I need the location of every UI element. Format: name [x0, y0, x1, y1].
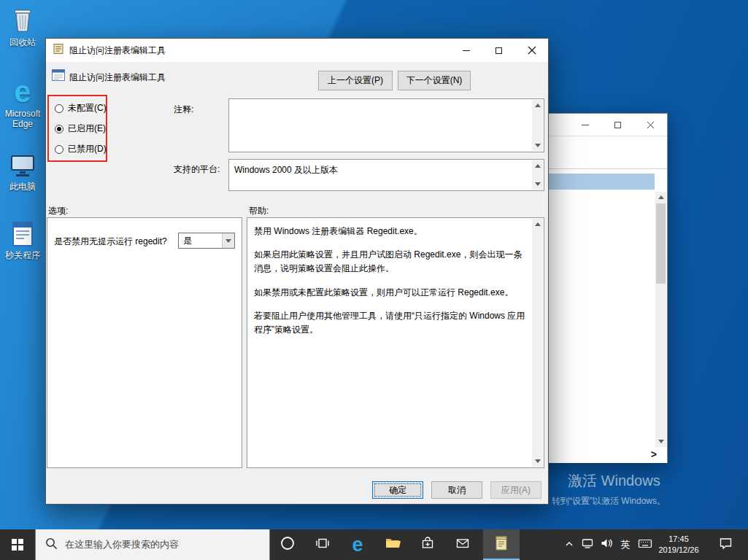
windows-logo-icon	[12, 539, 23, 551]
radio-circle-selected[interactable]	[55, 125, 63, 133]
scroll-down-icon[interactable]	[532, 140, 543, 151]
desktop-screen: 回收站 e Microsoft Edge 此电脑 秒关程序	[0, 0, 748, 560]
clock-time: 17:45	[668, 534, 689, 545]
radio-circle[interactable]	[55, 145, 63, 154]
gpedit-scroll-icon	[494, 535, 509, 554]
radio-not-configured[interactable]: 未配置(C)	[55, 102, 107, 114]
tray-show-hidden-icons[interactable]	[560, 529, 578, 560]
tray-clock[interactable]: 17:45 2019/12/26	[655, 529, 703, 560]
recycle-bin-icon	[0, 4, 45, 36]
mail-button[interactable]	[445, 529, 480, 560]
apply-button-disabled: 应用(A)	[490, 481, 541, 499]
ok-button[interactable]: 确定	[372, 481, 423, 499]
dialog-title: 阻止访问注册表编辑工具	[69, 44, 166, 57]
help-text: 禁用 Windows 注册表编辑器 Regedit.exe。 如果启用此策略设置…	[247, 218, 531, 467]
scroll-up-icon[interactable]	[532, 100, 543, 111]
tray-ime-indicator[interactable]: 英	[616, 529, 635, 560]
radio-enabled[interactable]: 已启用(E)	[55, 122, 106, 135]
chevron-up-icon	[564, 538, 574, 551]
cancel-button[interactable]: 取消	[431, 481, 482, 499]
scroll-down-icon[interactable]	[655, 436, 666, 447]
close-icon[interactable]	[515, 39, 548, 62]
store-icon	[420, 536, 435, 553]
help-paragraph: 如果启用此策略设置，并且用户试图启动 Regedit.exe，则会出现一条消息，…	[254, 248, 527, 276]
maximize-button[interactable]	[601, 114, 634, 136]
supported-on-value: Windows 2000 及以上版本	[234, 164, 338, 176]
options-label: 选项:	[48, 205, 68, 217]
help-paragraph: 如果禁用或未配置此策略设置，则用户可以正常运行 Regedit.exe。	[254, 286, 527, 300]
taskbar: 在这里输入你要搜索的内容 e	[0, 529, 748, 560]
dialog-body: 阻止访问注册表编辑工具 上一个设置(P) 下一个设置(N) 未配置(C) 已启用…	[46, 62, 548, 504]
dropdown-value: 是	[183, 235, 222, 247]
desktop-icon-label: 秒关程序	[0, 251, 45, 261]
minimize-button[interactable]	[568, 114, 601, 136]
activate-windows-watermark: 激活 Windows 转到“设置”以激活 Windows。	[568, 471, 666, 508]
radio-disabled[interactable]: 已禁用(D)	[55, 143, 107, 155]
search-placeholder: 在这里输入你要搜索的内容	[65, 538, 179, 551]
watermark-line1: 激活 Windows	[568, 471, 666, 491]
edge-icon: e	[0, 76, 45, 108]
regedit-silent-question: 是否禁用无提示运行 regedit?	[54, 236, 167, 248]
this-pc-icon	[0, 149, 45, 181]
desktop-icon-this-pc[interactable]: 此电脑	[0, 149, 45, 192]
search-icon	[45, 537, 58, 552]
scroll-up-icon[interactable]	[532, 219, 543, 230]
help-label: 帮助:	[249, 205, 269, 217]
desktop-icon-label: 回收站	[0, 38, 45, 48]
scroll-down-icon[interactable]	[532, 179, 543, 190]
task-view-icon	[315, 536, 330, 553]
desktop-icon-label: Microsoft Edge	[0, 109, 45, 130]
task-view-button[interactable]	[305, 529, 340, 560]
desktop-icon-edge[interactable]: e Microsoft Edge	[0, 76, 45, 130]
regedit-silent-dropdown[interactable]: 是	[178, 233, 235, 249]
cortana-button[interactable]	[270, 529, 305, 560]
cortana-icon	[280, 536, 295, 553]
scroll-down-icon[interactable]	[532, 456, 543, 467]
gpedit-scrollbar[interactable]	[655, 192, 666, 447]
clock-date: 2019/12/26	[658, 545, 698, 556]
scroll-up-icon[interactable]	[655, 192, 666, 203]
action-center-button[interactable]	[709, 529, 741, 560]
keyboard-icon	[638, 538, 652, 552]
help-paragraph: 禁用 Windows 注册表编辑器 Regedit.exe。	[254, 225, 527, 238]
edge-taskbar-button[interactable]: e	[340, 529, 375, 560]
mail-icon	[455, 537, 470, 553]
gpedit-taskbar-button-active[interactable]	[483, 529, 520, 560]
scroll-up-icon[interactable]	[532, 160, 543, 171]
options-panel: 是否禁用无提示运行 regedit? 是	[47, 217, 242, 468]
scroll-thumb[interactable]	[656, 203, 666, 284]
start-button[interactable]	[0, 529, 35, 560]
comment-textarea[interactable]	[228, 98, 544, 152]
radio-circle[interactable]	[55, 104, 63, 113]
close-icon[interactable]	[634, 114, 667, 136]
tray-network-button[interactable]	[578, 529, 597, 560]
policy-setting-dialog: 阻止访问注册表编辑工具 阻止访问注册表编辑工具 上一个设	[45, 38, 549, 505]
tray-volume-button[interactable]	[597, 529, 616, 560]
expand-arrow-icon[interactable]: >	[651, 448, 657, 460]
edge-icon: e	[352, 535, 363, 555]
maximize-button[interactable]	[482, 39, 515, 62]
policy-name-heading: 阻止访问注册表编辑工具	[69, 71, 166, 84]
next-setting-button[interactable]: 下一个设置(N)	[398, 71, 471, 90]
comment-scrollbar[interactable]	[532, 100, 543, 151]
tray-touch-keyboard-button[interactable]	[635, 529, 655, 560]
comment-label: 注释:	[174, 104, 193, 116]
supported-on-textarea[interactable]: Windows 2000 及以上版本	[228, 159, 544, 191]
taskbar-search-box[interactable]: 在这里输入你要搜索的内容	[35, 529, 270, 560]
policy-header-icon	[52, 69, 65, 84]
desktop-icon-program[interactable]: 秒关程序	[0, 217, 45, 261]
watermark-line2: 转到“设置”以激活 Windows。	[552, 495, 666, 508]
help-paragraph: 若要阻止用户使用其他管理工具，请使用“只运行指定的 Windows 应用程序”策…	[254, 309, 527, 337]
network-icon	[581, 537, 594, 552]
desktop-icon-label: 此电脑	[0, 182, 45, 192]
desktop-icon-recycle-bin[interactable]: 回收站	[0, 4, 45, 48]
previous-setting-button[interactable]: 上一个设置(P)	[318, 71, 393, 90]
file-explorer-button[interactable]	[375, 529, 410, 560]
chevron-down-icon[interactable]	[222, 233, 234, 248]
store-button[interactable]	[410, 529, 445, 560]
minimize-button[interactable]	[450, 39, 482, 62]
supported-scrollbar[interactable]	[532, 160, 543, 190]
help-scrollbar[interactable]	[532, 219, 543, 467]
policy-dialog-icon	[53, 43, 64, 58]
dialog-titlebar[interactable]: 阻止访问注册表编辑工具	[46, 39, 548, 62]
